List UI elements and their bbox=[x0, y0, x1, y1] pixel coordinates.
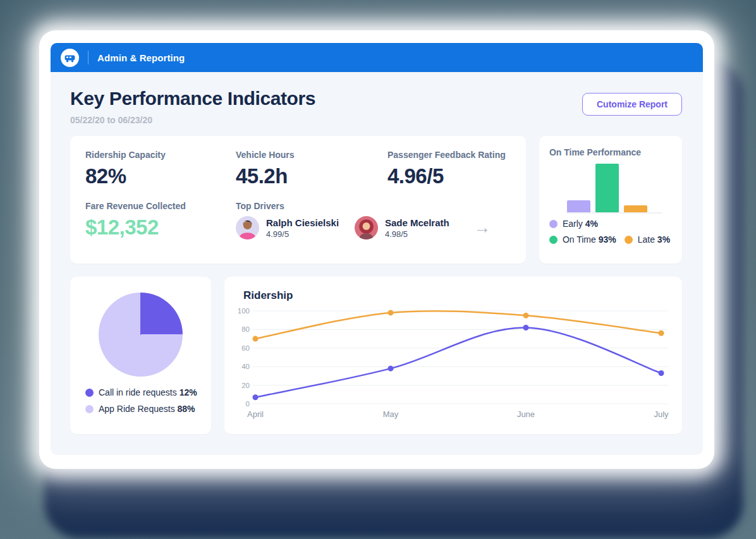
page-background: Admin & Reporting Key Performance Indica… bbox=[0, 0, 756, 539]
legend-label: App Ride Requests bbox=[99, 404, 175, 414]
kpi-summary-card: Ridership Capacity 82% Vehicle Hours 45.… bbox=[70, 136, 526, 263]
pie-legend: Call in ride requests 12% App Ride Reque… bbox=[83, 387, 198, 414]
app-window: Admin & Reporting Key Performance Indica… bbox=[39, 30, 714, 469]
charts-row: Call in ride requests 12% App Ride Reque… bbox=[70, 277, 682, 434]
svg-text:July: July bbox=[654, 409, 669, 419]
on-time-dot-icon bbox=[549, 236, 558, 244]
stat-label: Fare Revenue Collected bbox=[85, 201, 236, 211]
stat-value: 4.96/5 bbox=[387, 164, 511, 188]
legend-item-call-in: Call in ride requests 12% bbox=[85, 387, 198, 397]
driver-info: Sade Mcelrath 4.98/5 bbox=[385, 217, 449, 239]
header-divider bbox=[88, 51, 88, 64]
legend-value: 93% bbox=[599, 234, 616, 245]
driver-name: Ralph Ciesielski bbox=[266, 217, 339, 228]
customize-report-button[interactable]: Cutomize Report bbox=[582, 93, 682, 116]
dashboard-content: Key Performance Indicators 05/22/20 to 0… bbox=[51, 72, 703, 455]
stat-ridership-capacity: Ridership Capacity 82% bbox=[85, 150, 236, 198]
avatar-image bbox=[355, 216, 378, 239]
app-title: Admin & Reporting bbox=[97, 52, 185, 63]
legend-item-late: Late 3% bbox=[625, 234, 670, 245]
svg-text:40: 40 bbox=[241, 363, 250, 370]
shuttle-icon bbox=[64, 52, 76, 64]
legend-item-app: App Ride Requests 88% bbox=[85, 404, 198, 414]
app-header: Admin & Reporting bbox=[51, 43, 703, 72]
svg-text:May: May bbox=[383, 409, 399, 419]
on-time-legend: Early 4% On Time 93% Late 3% bbox=[549, 219, 672, 245]
stat-label: Passenger Feedback Rating bbox=[387, 150, 511, 160]
driver-rating: 4.99/5 bbox=[266, 229, 339, 239]
legend-value: 3% bbox=[657, 234, 670, 245]
avatar-image bbox=[236, 216, 259, 239]
app-logo bbox=[61, 49, 79, 67]
pie-chart bbox=[99, 293, 183, 377]
legend-label: Call in ride requests bbox=[99, 387, 177, 397]
legend-value: 4% bbox=[585, 219, 598, 229]
stat-value: $12,352 bbox=[85, 215, 236, 239]
driver-name: Sade Mcelrath bbox=[385, 217, 449, 228]
stat-passenger-feedback: Passenger Feedback Rating 4.96/5 bbox=[387, 150, 511, 198]
stat-value: 82% bbox=[85, 164, 236, 188]
legend-label: On Time bbox=[563, 234, 596, 245]
ridership-chart-svg: 020406080100AprilMayJuneJuly bbox=[233, 305, 676, 428]
svg-text:60: 60 bbox=[241, 344, 250, 352]
top-drivers-section: Top Drivers bbox=[236, 201, 511, 250]
arrow-right-icon[interactable]: → bbox=[473, 219, 491, 236]
on-time-bar-chart bbox=[567, 164, 662, 214]
late-dot-icon bbox=[625, 236, 633, 244]
svg-text:April: April bbox=[247, 409, 264, 419]
kpi-row: Ridership Capacity 82% Vehicle Hours 45.… bbox=[70, 136, 682, 263]
ride-requests-card: Call in ride requests 12% App Ride Reque… bbox=[70, 277, 211, 434]
on-time-performance-card: On Time Performance Early 4% On bbox=[539, 136, 682, 263]
driver-item[interactable]: Sade Mcelrath 4.98/5 bbox=[355, 216, 473, 239]
svg-text:100: 100 bbox=[238, 307, 250, 315]
legend-value: 88% bbox=[178, 404, 195, 414]
page-head: Key Performance Indicators 05/22/20 to 0… bbox=[70, 88, 682, 125]
on-time-title: On Time Performance bbox=[549, 147, 672, 157]
page-title: Key Performance Indicators bbox=[70, 88, 315, 109]
driver-avatar bbox=[236, 216, 259, 239]
stat-label: Vehicle Hours bbox=[236, 150, 387, 160]
stat-fare-revenue: Fare Revenue Collected $12,352 bbox=[85, 201, 236, 250]
legend-label: Early bbox=[563, 219, 583, 229]
legend-label: Late bbox=[638, 234, 655, 245]
bar-late bbox=[624, 205, 647, 212]
date-range: 05/22/20 to 06/23/20 bbox=[70, 115, 315, 125]
legend-item-early: Early 4% bbox=[549, 219, 598, 229]
call-in-dot-icon bbox=[85, 389, 94, 397]
driver-item[interactable]: Ralph Ciesielski 4.99/5 bbox=[236, 216, 355, 239]
page-title-block: Key Performance Indicators 05/22/20 to 0… bbox=[70, 88, 315, 125]
bar-early bbox=[567, 200, 590, 212]
svg-text:20: 20 bbox=[241, 382, 250, 389]
stat-vehicle-hours: Vehicle Hours 45.2h bbox=[236, 150, 387, 198]
app-dot-icon bbox=[85, 405, 94, 413]
ridership-title: Ridership bbox=[233, 288, 676, 302]
stat-label: Ridership Capacity bbox=[85, 150, 236, 160]
ridership-chart-card: Ridership 020406080100AprilMayJuneJuly bbox=[224, 277, 682, 434]
early-dot-icon bbox=[549, 220, 558, 228]
legend-item-on-time: On Time 93% bbox=[549, 234, 616, 245]
driver-info: Ralph Ciesielski 4.99/5 bbox=[266, 217, 339, 239]
svg-text:June: June bbox=[517, 409, 535, 419]
bar-on-time bbox=[595, 164, 619, 212]
stat-label: Top Drivers bbox=[236, 201, 511, 211]
svg-text:80: 80 bbox=[241, 325, 250, 333]
stat-value: 45.2h bbox=[236, 164, 387, 188]
driver-rating: 4.98/5 bbox=[385, 229, 449, 239]
svg-text:0: 0 bbox=[246, 400, 250, 408]
driver-avatar bbox=[355, 216, 378, 239]
drivers-row: Ralph Ciesielski 4.99/5 bbox=[236, 216, 511, 239]
legend-value: 12% bbox=[180, 387, 197, 397]
